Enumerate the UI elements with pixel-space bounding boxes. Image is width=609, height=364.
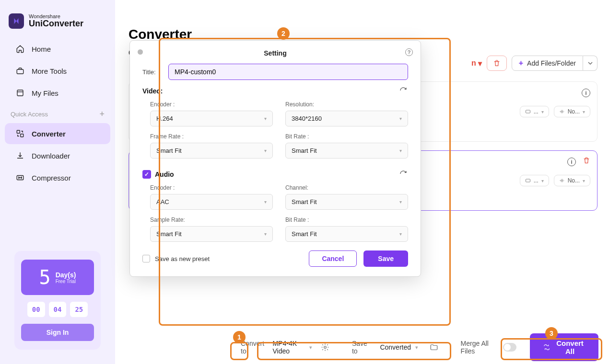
signin-button[interactable]: Sign In [21, 324, 94, 341]
brand-bottom: UniConverter [29, 19, 83, 29]
add-quick-icon[interactable]: + [99, 109, 105, 119]
nav-my-files[interactable]: My Files [5, 82, 110, 103]
files-icon [15, 88, 25, 98]
countdown-hours: 00 [27, 302, 45, 317]
chevron-down-icon: ▾ [478, 59, 482, 68]
chevron-down-icon: ▾ [541, 109, 544, 114]
nav-converter[interactable]: Converter [5, 123, 110, 144]
trial-free-label: Free Trial [56, 279, 76, 284]
annotation-box [230, 342, 248, 360]
nav-label: My Files [32, 89, 59, 97]
subtitle-chip[interactable]: ...▾ [520, 106, 549, 117]
dialog-close-icon[interactable] [138, 49, 143, 55]
annotation-badge: 1 [233, 331, 246, 343]
svg-rect-14 [526, 179, 530, 182]
audio-enabled-checkbox[interactable]: ✓ [142, 170, 151, 179]
nav-label: Downloader [32, 152, 70, 160]
nav-home[interactable]: Home [5, 38, 110, 59]
nav-label: Home [32, 45, 51, 53]
download-icon [15, 151, 25, 160]
brand: Wondershare UniConverter [0, 13, 115, 37]
add-files-dropdown[interactable] [583, 56, 597, 71]
svg-rect-7 [17, 69, 23, 74]
audio-chip[interactable]: No...▾ [554, 175, 590, 186]
quick-access-label: Quick Access [11, 111, 48, 118]
checkbox-icon [142, 255, 150, 262]
annotation-box [159, 38, 451, 326]
nav-label: Converter [32, 130, 66, 138]
audio-chip[interactable]: No...▾ [554, 106, 590, 117]
compressor-icon [15, 173, 25, 182]
info-icon[interactable]: i [567, 158, 576, 166]
converter-icon [15, 129, 25, 138]
trial-days-number: 5 [39, 266, 51, 288]
high-speed-dropdown[interactable]: n ▾ [471, 59, 482, 68]
svg-rect-8 [17, 90, 23, 96]
nav-more-tools[interactable]: More Tools [5, 60, 110, 81]
annotation-box [257, 342, 451, 360]
trial-days-label: Day(s) [56, 271, 76, 279]
annotation-badge: 2 [277, 27, 290, 40]
nav-downloader[interactable]: Downloader [5, 145, 110, 166]
plus-icon: + [519, 59, 523, 68]
chevron-down-icon: ▾ [583, 109, 585, 114]
countdown-seconds: 25 [70, 302, 88, 317]
svg-rect-11 [21, 134, 23, 137]
nav-compressor[interactable]: Compressor [5, 167, 110, 188]
nav-label: More Tools [32, 67, 67, 75]
trial-panel: 5 Day(s) Free Trial 00 04 25 Sign In [14, 251, 101, 350]
chevron-down-icon: ▾ [541, 178, 544, 183]
info-icon[interactable]: i [582, 89, 590, 97]
merge-label: Merge All Files [461, 340, 497, 355]
svg-rect-10 [17, 130, 20, 133]
add-files-button[interactable]: + Add Files/Folder [512, 56, 583, 71]
chevron-down-icon: ▾ [583, 178, 585, 183]
remove-file-button[interactable] [583, 157, 590, 164]
annotation-badge: 3 [545, 327, 558, 340]
brand-logo-icon [9, 13, 24, 29]
countdown-minutes: 04 [49, 302, 67, 317]
subtitle-chip[interactable]: ...▾ [520, 175, 549, 186]
svg-rect-13 [526, 110, 530, 113]
annotation-box [501, 338, 602, 360]
toolbox-icon [15, 66, 25, 76]
clear-all-button[interactable] [487, 56, 507, 71]
home-icon [15, 44, 25, 54]
sidebar: Wondershare UniConverter Home More Tools… [0, 0, 115, 364]
nav-label: Compressor [32, 174, 71, 182]
